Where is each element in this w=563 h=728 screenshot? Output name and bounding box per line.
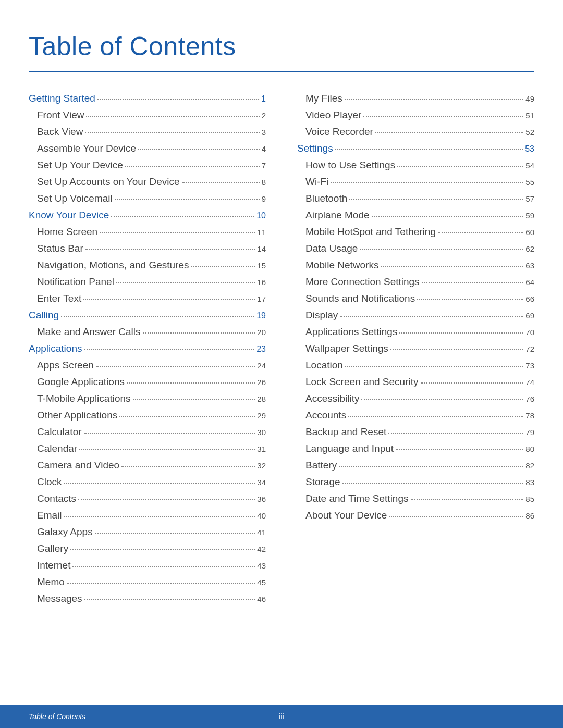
- toc-item[interactable]: Back View3: [29, 127, 266, 137]
- toc-label: Home Screen: [29, 227, 97, 237]
- dot-leader: [182, 182, 260, 183]
- toc-section[interactable]: Calling19: [29, 310, 266, 320]
- toc-item[interactable]: Set Up Accounts on Your Device8: [29, 177, 266, 187]
- toc-item[interactable]: Wallpaper Settings72: [297, 343, 534, 353]
- toc-page-number: 45: [257, 578, 266, 586]
- toc-page-number: 82: [525, 462, 534, 470]
- toc-item[interactable]: Clock34: [29, 477, 266, 487]
- toc-item[interactable]: Set Up Your Device7: [29, 160, 266, 170]
- toc-item[interactable]: Airplane Mode59: [297, 210, 534, 220]
- toc-label: Clock: [29, 477, 62, 487]
- toc-page-number: 46: [257, 595, 266, 603]
- toc-item[interactable]: Memo45: [29, 577, 266, 587]
- page-footer: Table of Contents iii: [0, 705, 563, 728]
- toc-item[interactable]: Google Applications26: [29, 377, 266, 387]
- toc-item[interactable]: Camera and Video32: [29, 460, 266, 470]
- toc-item[interactable]: Internet43: [29, 560, 266, 570]
- dot-leader: [97, 99, 259, 100]
- toc-item[interactable]: Video Player51: [297, 110, 534, 120]
- toc-item[interactable]: Bluetooth57: [297, 193, 534, 203]
- toc-item[interactable]: Applications Settings70: [297, 327, 534, 337]
- toc-item[interactable]: Front View2: [29, 110, 266, 120]
- dot-leader: [422, 282, 524, 283]
- toc-item[interactable]: Notification Panel16: [29, 277, 266, 287]
- toc-item[interactable]: Voice Recorder52: [297, 127, 534, 137]
- toc-item[interactable]: Set Up Voicemail9: [29, 193, 266, 203]
- toc-item[interactable]: Make and Answer Calls20: [29, 327, 266, 337]
- toc-label: Language and Input: [297, 443, 394, 453]
- dot-leader: [84, 433, 255, 434]
- toc-page-number: 64: [525, 278, 534, 286]
- dot-leader: [61, 316, 254, 317]
- toc-section[interactable]: Getting Started1: [29, 93, 266, 103]
- toc-item[interactable]: Date and Time Settings85: [297, 493, 534, 503]
- toc-label: Data Usage: [297, 243, 358, 253]
- toc-label: Camera and Video: [29, 460, 119, 470]
- toc-item[interactable]: Calendar31: [29, 443, 266, 453]
- toc-item[interactable]: Email40: [29, 510, 266, 520]
- toc-item[interactable]: Battery82: [297, 460, 534, 470]
- toc-item[interactable]: Mobile HotSpot and Tethering60: [297, 227, 534, 237]
- toc-item[interactable]: Backup and Reset79: [297, 427, 534, 437]
- toc-item[interactable]: Messages46: [29, 594, 266, 603]
- toc-section[interactable]: Settings53: [297, 143, 534, 153]
- toc-page-number: 51: [525, 112, 534, 119]
- toc-item[interactable]: Calculator30: [29, 427, 266, 437]
- dot-leader: [345, 366, 523, 367]
- dot-leader: [417, 299, 523, 300]
- toc-label: Battery: [297, 460, 337, 470]
- toc-item[interactable]: My Files49: [297, 93, 534, 103]
- toc-item[interactable]: Location73: [297, 360, 534, 370]
- toc-label: Make and Answer Calls: [29, 327, 141, 337]
- toc-item[interactable]: About Your Device86: [297, 510, 534, 520]
- toc-label: Mobile HotSpot and Tethering: [297, 227, 436, 237]
- toc-item[interactable]: Language and Input80: [297, 443, 534, 453]
- toc-item[interactable]: Accessibility76: [297, 393, 534, 403]
- toc-item[interactable]: T-Mobile Applications28: [29, 393, 266, 403]
- toc-label: Display: [297, 310, 338, 320]
- toc-label: Getting Started: [29, 93, 95, 103]
- toc-column-right: My Files49Video Player51Voice Recorder52…: [297, 93, 534, 610]
- toc-item[interactable]: Data Usage62: [297, 243, 534, 253]
- dot-leader: [397, 166, 523, 167]
- dot-leader: [115, 199, 260, 200]
- dot-leader: [133, 399, 255, 400]
- toc-item[interactable]: Contacts36: [29, 493, 266, 503]
- toc-section[interactable]: Applications23: [29, 343, 266, 353]
- toc-label: More Connection Settings: [297, 277, 420, 287]
- toc-columns: Getting Started1Front View2Back View3Ass…: [29, 93, 534, 610]
- toc-item[interactable]: Status Bar14: [29, 243, 266, 253]
- toc-item[interactable]: Home Screen11: [29, 227, 266, 237]
- toc-item[interactable]: Accounts78: [297, 410, 534, 420]
- toc-item[interactable]: How to Use Settings54: [297, 160, 534, 170]
- dot-leader: [388, 433, 523, 434]
- toc-label: Set Up Accounts on Your Device: [29, 177, 180, 187]
- toc-section[interactable]: Know Your Device10: [29, 210, 266, 220]
- toc-item[interactable]: Wi-Fi55: [297, 177, 534, 187]
- toc-item[interactable]: Display69: [297, 310, 534, 320]
- toc-label: Galaxy Apps: [29, 527, 93, 537]
- toc-label: Storage: [297, 477, 340, 487]
- toc-item[interactable]: More Connection Settings64: [297, 277, 534, 287]
- toc-item[interactable]: Galaxy Apps41: [29, 527, 266, 537]
- footer-label: Table of Contents: [29, 712, 85, 721]
- dot-leader: [121, 466, 255, 467]
- toc-page-number: 2: [262, 112, 266, 119]
- toc-item[interactable]: Assemble Your Device4: [29, 143, 266, 153]
- toc-label: Apps Screen: [29, 360, 94, 370]
- toc-page-number: 1: [261, 95, 266, 103]
- toc-page-number: 19: [256, 312, 266, 320]
- toc-label: T-Mobile Applications: [29, 393, 131, 403]
- toc-item[interactable]: Storage83: [297, 477, 534, 487]
- toc-item[interactable]: Apps Screen24: [29, 360, 266, 370]
- toc-item[interactable]: Lock Screen and Security74: [297, 377, 534, 387]
- toc-item[interactable]: Enter Text17: [29, 293, 266, 303]
- toc-page-number: 42: [257, 545, 266, 553]
- toc-item[interactable]: Other Applications29: [29, 410, 266, 420]
- toc-item[interactable]: Gallery42: [29, 544, 266, 553]
- toc-item[interactable]: Sounds and Notifications66: [297, 293, 534, 303]
- toc-page-number: 57: [525, 195, 534, 203]
- toc-label: Google Applications: [29, 377, 125, 387]
- toc-item[interactable]: Navigation, Motions, and Gestures15: [29, 260, 266, 270]
- toc-item[interactable]: Mobile Networks63: [297, 260, 534, 270]
